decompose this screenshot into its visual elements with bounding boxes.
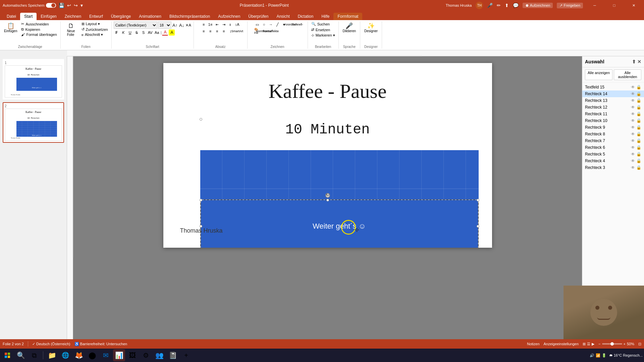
italic-button[interactable]: K xyxy=(120,29,126,36)
shape-effect-button[interactable]: Formeffekte xyxy=(268,28,274,34)
taskbar-photos[interactable]: 🖼 xyxy=(126,349,139,361)
visibility-icon[interactable]: 👁 xyxy=(631,98,635,103)
font-case-button[interactable]: Aa xyxy=(154,29,160,36)
taskbar-outlook[interactable]: ✉ xyxy=(100,349,112,361)
lock-icon[interactable]: 🔒 xyxy=(636,152,641,157)
mic-icon[interactable]: 🎤 xyxy=(487,3,493,8)
autosave-toggle[interactable]: Automatisches Speichern xyxy=(3,3,56,8)
lock-icon[interactable]: 🔒 xyxy=(636,145,641,150)
shape-rect[interactable]: ▭ xyxy=(254,21,260,27)
tab-aufzeichnen[interactable]: Aufzeichnen xyxy=(214,13,244,20)
selection-item-1[interactable]: Rechteck 14 👁 🔒 xyxy=(582,90,644,97)
tab-hilfe[interactable]: Hilfe xyxy=(317,13,333,20)
visibility-icon[interactable]: 👁 xyxy=(631,145,635,150)
undo-icon[interactable]: ↩ xyxy=(67,3,71,8)
lock-icon[interactable]: 🔒 xyxy=(636,138,641,143)
panel-expand-btn[interactable]: ⬆ xyxy=(632,59,636,64)
zoom-control[interactable]: − + 50% xyxy=(598,342,634,346)
lock-icon[interactable]: 🔒 xyxy=(636,159,641,163)
tab-datei[interactable]: Datei xyxy=(3,13,20,20)
view-settings-button[interactable]: Anzeigeeinstellungen xyxy=(544,342,579,346)
visibility-icon[interactable]: 👁 xyxy=(631,125,635,130)
format-button[interactable]: 🖌 Format übertragen xyxy=(20,32,58,37)
tab-start[interactable]: Start xyxy=(20,13,37,20)
selection-item-10[interactable]: Rechteck 5 👁 🔒 xyxy=(582,151,644,158)
shadow-button[interactable]: S xyxy=(141,29,147,36)
tab-formformat[interactable]: Formformat xyxy=(333,13,362,20)
lock-icon[interactable]: 🔒 xyxy=(636,165,641,170)
clear-format-button[interactable]: ✕A xyxy=(185,22,192,28)
markieren-button[interactable]: ⊹ Markieren ▾ xyxy=(310,33,336,38)
handle-bl[interactable] xyxy=(200,118,202,121)
lock-icon[interactable]: 🔒 xyxy=(636,105,641,110)
tab-entwurf[interactable]: Entwurf xyxy=(85,13,107,20)
redo-icon[interactable]: ↪ xyxy=(74,3,78,8)
numbering-button[interactable]: 1≡ xyxy=(207,21,213,27)
font-grow-button[interactable]: A↑ xyxy=(172,22,178,28)
smartart-button[interactable]: SmartArt xyxy=(234,28,240,34)
canvas-area[interactable]: Weiter geht´s ☺ xyxy=(73,56,582,339)
selection-item-2[interactable]: Rechteck 13 👁 🔒 xyxy=(582,97,644,104)
selection-item-0[interactable]: Textfeld 15 👁 🔒 xyxy=(582,84,644,90)
taskbar-powerpoint[interactable]: 📊 xyxy=(113,349,125,361)
align-right-button[interactable]: ≡ xyxy=(214,28,220,34)
slide-thumbnail-1[interactable]: 1 Kaffee - Pause 10 Minuten Weiter geht´… xyxy=(3,59,64,100)
panel-close-btn[interactable]: ✕ xyxy=(637,59,641,64)
taskbar-teams[interactable]: 👥 xyxy=(153,349,165,361)
tab-dictation[interactable]: Dictation xyxy=(294,13,318,20)
lock-icon[interactable]: 🔒 xyxy=(636,125,641,130)
align-left-button[interactable]: ≡ xyxy=(201,28,207,34)
bold-button[interactable]: F xyxy=(114,29,120,36)
selection-item-3[interactable]: Rechteck 12 👁 🔒 xyxy=(582,104,644,111)
handle-tr[interactable] xyxy=(477,199,479,201)
save-icon[interactable]: 💾 xyxy=(59,3,64,8)
visibility-icon[interactable]: 👁 xyxy=(631,92,635,96)
taskbar-onenote[interactable]: 📓 xyxy=(167,349,179,361)
lock-icon[interactable]: 🔒 xyxy=(636,112,641,116)
more-icon[interactable]: ▾ xyxy=(80,3,83,8)
tab-ansicht[interactable]: Ansicht xyxy=(272,13,293,20)
lock-icon[interactable]: 🔒 xyxy=(636,118,641,123)
lock-icon[interactable]: 🔒 xyxy=(636,85,641,89)
abschnitt-button[interactable]: ≡ Abschnitt ▾ xyxy=(80,32,109,37)
ersetzen-button[interactable]: ⇄ Ersetzen xyxy=(310,27,331,32)
strikethrough-button[interactable]: S̶ xyxy=(134,29,140,36)
hide-all-button[interactable]: Alle ausblenden xyxy=(614,69,641,80)
selection-item-11[interactable]: Rechteck 4 👁 🔒 xyxy=(582,158,644,164)
start-button[interactable] xyxy=(1,349,13,361)
visibility-icon[interactable]: 👁 xyxy=(631,138,635,143)
handle-mr[interactable] xyxy=(477,225,479,228)
zoom-slider[interactable] xyxy=(602,343,622,345)
maximize-button[interactable]: □ xyxy=(606,0,622,11)
font-color-button[interactable]: A xyxy=(162,29,168,36)
font-shrink-button[interactable]: A↓ xyxy=(179,22,185,28)
tab-einfuegen[interactable]: Einfügen xyxy=(37,13,60,20)
minimize-button[interactable]: ─ xyxy=(587,0,602,11)
visibility-icon[interactable]: 👁 xyxy=(631,118,635,123)
kopieren-button[interactable]: ⧉ Kopieren xyxy=(20,27,58,32)
slideshow-btn[interactable]: ▶ xyxy=(592,342,594,346)
visibility-icon[interactable]: 👁 xyxy=(631,105,635,110)
search-taskbar[interactable]: 🔍 xyxy=(15,349,27,361)
share-btn[interactable]: ↗ Freigeben xyxy=(557,3,583,8)
lock-icon[interactable]: 🔒 xyxy=(636,98,641,103)
slide-thumbnail-2[interactable]: 2 Kaffee - Pause 10 Minuten Weiter geht´… xyxy=(3,102,64,143)
shape-arrow[interactable]: → xyxy=(268,21,274,27)
visibility-icon[interactable]: 👁 xyxy=(631,152,635,157)
zoom-plus[interactable]: + xyxy=(624,342,626,346)
tab-animationen[interactable]: Animationen xyxy=(135,13,165,20)
neue-folie-button[interactable]: 🗋 NeueFolie xyxy=(63,21,79,38)
taskbar-settings[interactable]: ⚙ xyxy=(140,349,152,361)
taskbar-explorer[interactable]: 📁 xyxy=(46,349,58,361)
selection-item-5[interactable]: Rechteck 10 👁 🔒 xyxy=(582,117,644,124)
suchen-button[interactable]: 🔍 Suchen xyxy=(310,21,331,26)
align-center-button[interactable]: ≡ xyxy=(207,28,213,34)
zuruecksetzen-button[interactable]: ↺ Zurücksetzen xyxy=(80,27,109,32)
tab-ueberpruefen[interactable]: Überprüfen xyxy=(244,13,272,20)
shape-line[interactable]: ╱ xyxy=(274,21,280,27)
taskview-btn[interactable]: ⧉ xyxy=(28,349,40,361)
visibility-icon[interactable]: 👁 xyxy=(631,165,635,170)
lock-icon[interactable]: 🔒 xyxy=(636,92,641,96)
columns-button[interactable]: ⫾ xyxy=(227,21,233,27)
visibility-icon[interactable]: 👁 xyxy=(631,159,635,163)
